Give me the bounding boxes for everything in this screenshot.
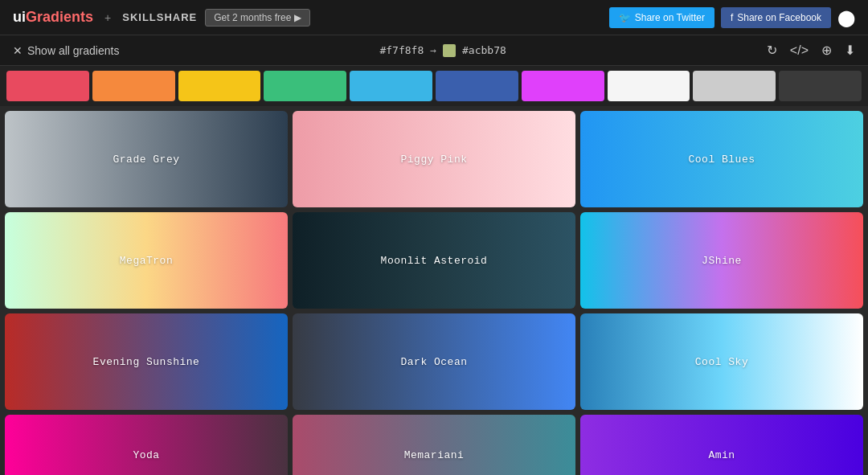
gradient-card-piggy-pink[interactable]: Piggy Pink [293, 111, 575, 207]
show-all-gradients[interactable]: ✕ Show all gradients [13, 44, 119, 57]
gradient-grid: Grade GreyPiggy PinkCool BluesMegaTronMo… [0, 106, 868, 475]
gradient-label-evening-sunshine: Evening Sunshine [93, 356, 200, 368]
color-chip-blue[interactable] [436, 71, 518, 101]
plus-sign: + [104, 11, 111, 24]
gradient-card-dark-ocean[interactable]: Dark Ocean [293, 313, 575, 410]
twitter-label: Share on Twitter [635, 12, 705, 23]
gradient-label-megatron: MegaTron [120, 255, 173, 267]
gradient-card-evening-sunshine[interactable]: Evening Sunshine [5, 313, 288, 410]
header-right: 🐦 Share on Twitter f Share on Facebook ⬤ [609, 7, 855, 28]
gradient-card-cool-sky[interactable]: Cool Sky [580, 313, 863, 410]
gradient-card-grade-grey[interactable]: Grade Grey [5, 111, 288, 207]
add-icon[interactable]: ⊕ [821, 43, 832, 58]
color-chip-green[interactable] [264, 71, 346, 101]
color-chip-light-gray[interactable] [693, 71, 776, 101]
gradient-card-yoda[interactable]: Yoda [5, 415, 288, 475]
toolbar-icons: ↻ </> ⊕ ⬇ [767, 43, 855, 58]
gradient-label-dark-ocean: Dark Ocean [400, 356, 467, 368]
gradient-label-grade-grey: Grade Grey [113, 154, 179, 166]
color-swatch-to [443, 44, 456, 57]
skillshare-label: SKILLSHARE [122, 11, 197, 23]
color-chip-orange[interactable] [92, 71, 175, 101]
gradient-label-cool-sky: Cool Sky [695, 356, 748, 368]
gradient-label-jshine: JShine [702, 255, 742, 267]
arrow-icon: → [430, 44, 436, 56]
color-chip-pink[interactable] [522, 71, 604, 101]
color-chip-red[interactable] [6, 71, 89, 101]
logo-ui: ui [13, 9, 26, 25]
close-icon: ✕ [13, 44, 23, 57]
code-icon[interactable]: </> [790, 43, 809, 58]
facebook-icon: f [731, 12, 733, 23]
toolbar: ✕ Show all gradients #f7f8f8 → #acbb78 ↻… [0, 35, 868, 66]
github-icon[interactable]: ⬤ [837, 8, 855, 27]
show-all-label: Show all gradients [27, 44, 119, 57]
gradient-label-piggy-pink: Piggy Pink [400, 154, 467, 166]
refresh-icon[interactable]: ↻ [767, 43, 777, 58]
gradient-card-amin[interactable]: Amin [580, 415, 863, 475]
color-chip-sky-blue[interactable] [350, 71, 432, 101]
gradient-card-memariani[interactable]: Memariani [293, 415, 575, 475]
promo-button[interactable]: Get 2 months free ▶ [205, 9, 309, 27]
gradient-card-cool-blues[interactable]: Cool Blues [580, 111, 863, 207]
gradient-label-yoda: Yoda [133, 449, 159, 461]
logo-gradients: Gradients [26, 9, 93, 25]
color-chip-dark[interactable] [779, 71, 862, 101]
color-chip-yellow[interactable] [178, 71, 261, 101]
facebook-label: Share on Facebook [737, 12, 821, 23]
gradient-label-memariani: Memariani [404, 449, 465, 461]
gradient-card-jshine[interactable]: JShine [580, 212, 863, 309]
gradient-label-amin: Amin [708, 449, 735, 461]
logo: uiGradients [13, 9, 93, 26]
gradient-card-moonlit-asteroid[interactable]: Moonlit Asteroid [293, 212, 575, 309]
gradient-card-megatron[interactable]: MegaTron [5, 212, 288, 309]
twitter-share-button[interactable]: 🐦 Share on Twitter [609, 7, 714, 28]
color-chip-white[interactable] [608, 71, 690, 101]
facebook-share-button[interactable]: f Share on Facebook [721, 7, 831, 28]
header-left: uiGradients + SKILLSHARE Get 2 months fr… [13, 9, 310, 27]
download-icon[interactable]: ⬇ [845, 43, 855, 58]
colorbar [0, 66, 868, 106]
gradient-label-cool-blues: Cool Blues [688, 154, 755, 166]
gradient-label-moonlit-asteroid: Moonlit Asteroid [381, 255, 488, 267]
color-from-text: #f7f8f8 [379, 44, 424, 56]
color-info: #f7f8f8 → #acbb78 [379, 44, 506, 57]
twitter-icon: 🐦 [619, 12, 631, 23]
header: uiGradients + SKILLSHARE Get 2 months fr… [0, 0, 868, 35]
color-to-text: #acbb78 [462, 44, 506, 56]
